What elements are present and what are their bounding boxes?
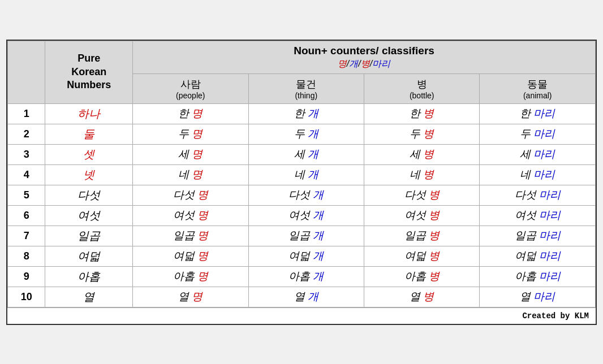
table-row: 4넷네 명네 개네 병네 마리 xyxy=(8,164,596,185)
data-cell-물건: 다섯 개 xyxy=(248,185,364,205)
table-row: 9아홉아홉 명아홉 개아홉 병아홉 마리 xyxy=(8,266,596,287)
data-cell-동물: 다섯 마리 xyxy=(480,185,596,205)
korean-number-cell: 다섯 xyxy=(45,185,133,205)
col-물건: 물건 (thing) xyxy=(248,73,364,103)
korean-number-cell: 열 xyxy=(45,287,133,307)
data-cell-사람: 일곱 명 xyxy=(133,226,248,246)
data-cell-물건: 네 개 xyxy=(248,164,364,185)
number-cell: 9 xyxy=(8,266,45,287)
number-cell: 5 xyxy=(8,185,45,205)
korean-number-cell: 둘 xyxy=(45,124,133,144)
data-cell-병: 세 병 xyxy=(364,144,479,164)
data-cell-병: 아홉 병 xyxy=(364,266,479,287)
data-cell-사람: 다섯 명 xyxy=(133,185,248,205)
data-cell-병: 일곱 병 xyxy=(364,226,479,246)
table-row: 10열열 명열 개열 병열 마리 xyxy=(8,287,596,307)
data-cell-사람: 여덟 명 xyxy=(133,246,248,266)
top-left-cell xyxy=(8,41,45,103)
data-cell-병: 여섯 병 xyxy=(364,205,479,226)
data-cell-사람: 두 명 xyxy=(133,124,248,144)
korean-number-cell: 넷 xyxy=(45,164,133,185)
number-cell: 3 xyxy=(8,144,45,164)
data-cell-물건: 열 개 xyxy=(248,287,364,307)
noun-counters-header: Noun+ counters/ classifiers 명/개/병/마리 xyxy=(133,41,596,73)
data-cell-동물: 아홉 마리 xyxy=(480,266,596,287)
data-cell-동물: 두 마리 xyxy=(480,124,596,144)
col-병: 병 (bottle) xyxy=(364,73,479,103)
table-row: 8여덟여덟 명여덟 개여덟 병여덟 마리 xyxy=(8,246,596,266)
number-cell: 2 xyxy=(8,124,45,144)
data-cell-물건: 세 개 xyxy=(248,144,364,164)
data-cell-사람: 세 명 xyxy=(133,144,248,164)
korean-number-cell: 일곱 xyxy=(45,226,133,246)
table-row: 5다섯다섯 명다섯 개다섯 병다섯 마리 xyxy=(8,185,596,205)
number-cell: 8 xyxy=(8,246,45,266)
classifiers-subtitle: 명/개/병/마리 xyxy=(338,59,390,68)
header-row-1: PureKoreanNumbers Noun+ counters/ classi… xyxy=(8,41,596,73)
data-cell-물건: 두 개 xyxy=(248,124,364,144)
main-table-wrapper: PureKoreanNumbers Noun+ counters/ classi… xyxy=(6,40,597,325)
korean-numbers-table: PureKoreanNumbers Noun+ counters/ classi… xyxy=(7,41,596,307)
korean-number-cell: 아홉 xyxy=(45,266,133,287)
number-cell: 1 xyxy=(8,103,45,124)
data-cell-동물: 여섯 마리 xyxy=(480,205,596,226)
data-cell-사람: 여섯 명 xyxy=(133,205,248,226)
data-cell-동물: 세 마리 xyxy=(480,144,596,164)
number-cell: 7 xyxy=(8,226,45,246)
data-cell-병: 열 병 xyxy=(364,287,479,307)
data-cell-병: 다섯 병 xyxy=(364,185,479,205)
data-cell-사람: 한 명 xyxy=(133,103,248,124)
data-cell-사람: 열 명 xyxy=(133,287,248,307)
data-cell-물건: 아홉 개 xyxy=(248,266,364,287)
korean-number-cell: 여섯 xyxy=(45,205,133,226)
col-사람: 사람 (people) xyxy=(133,73,248,103)
number-cell: 6 xyxy=(8,205,45,226)
korean-number-cell: 하나 xyxy=(45,103,133,124)
noun-counters-title: Noun+ counters/ classifiers xyxy=(294,45,434,57)
table-row: 3셋세 명세 개세 병세 마리 xyxy=(8,144,596,164)
data-cell-병: 한 병 xyxy=(364,103,479,124)
footer-credit: Created by KLM xyxy=(7,307,596,324)
table-row: 6여섯여섯 명여섯 개여섯 병여섯 마리 xyxy=(8,205,596,226)
data-cell-동물: 네 마리 xyxy=(480,164,596,185)
number-cell: 4 xyxy=(8,164,45,185)
data-cell-사람: 네 명 xyxy=(133,164,248,185)
korean-number-cell: 여덟 xyxy=(45,246,133,266)
table-row: 2둘두 명두 개두 병두 마리 xyxy=(8,124,596,144)
data-cell-동물: 일곱 마리 xyxy=(480,226,596,246)
korean-number-cell: 셋 xyxy=(45,144,133,164)
data-cell-병: 네 병 xyxy=(364,164,479,185)
data-cell-동물: 여덟 마리 xyxy=(480,246,596,266)
data-cell-물건: 여섯 개 xyxy=(248,205,364,226)
col-동물: 동물 (animal) xyxy=(480,73,596,103)
table-row: 7일곱일곱 명일곱 개일곱 병일곱 마리 xyxy=(8,226,596,246)
data-cell-동물: 열 마리 xyxy=(480,287,596,307)
pure-korean-header: PureKoreanNumbers xyxy=(45,41,133,103)
data-cell-동물: 한 마리 xyxy=(480,103,596,124)
data-cell-사람: 아홉 명 xyxy=(133,266,248,287)
data-cell-병: 여덟 병 xyxy=(364,246,479,266)
data-cell-병: 두 병 xyxy=(364,124,479,144)
table-row: 1하나한 명한 개한 병한 마리 xyxy=(8,103,596,124)
data-cell-물건: 일곱 개 xyxy=(248,226,364,246)
data-cell-물건: 한 개 xyxy=(248,103,364,124)
number-cell: 10 xyxy=(8,287,45,307)
data-cell-물건: 여덟 개 xyxy=(248,246,364,266)
